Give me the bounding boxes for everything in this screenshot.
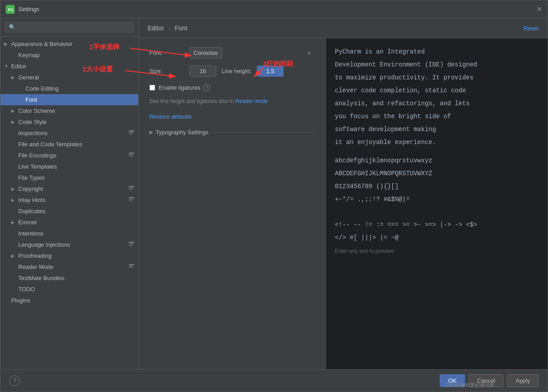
svg-rect-4 — [129, 133, 132, 134]
sidebar-item-general[interactable]: ▶General — [0, 72, 138, 83]
font-select[interactable]: Consolas — [190, 47, 222, 58]
arrow-icon-emmet: ▶ — [11, 220, 17, 225]
svg-rect-17 — [129, 264, 134, 265]
svg-rect-14 — [129, 242, 134, 243]
sidebar-item-intentions[interactable]: Intentions — [0, 228, 138, 239]
sidebar-label-live-templates: Live Templates — [18, 163, 135, 170]
sidebar-item-file-code-templates[interactable]: File and Code Templates — [0, 139, 138, 150]
sidebar-item-plugins[interactable]: Plugins — [0, 295, 138, 306]
sidebar-item-inlay-hints[interactable]: ▶Inlay Hints — [0, 194, 138, 206]
sidebar-item-keymap[interactable]: Keymap — [0, 50, 138, 61]
arrow-icon-copyright: ▶ — [11, 186, 17, 191]
line-height-label: Line height: — [222, 68, 251, 74]
editor-area: Font: Consolas Size: Line height: — [139, 38, 548, 369]
font-label: Font: — [149, 50, 190, 56]
preview-line-6: you focus on the bright side of — [335, 112, 539, 121]
arrow-icon-color-scheme: ▶ — [11, 108, 17, 113]
ligatures-help-icon[interactable]: ? — [203, 84, 210, 91]
preview-sample-5 — [335, 208, 539, 217]
help-button[interactable]: ? — [9, 375, 20, 386]
sidebar-item-live-templates[interactable]: Live Templates — [0, 161, 138, 172]
sidebar-label-file-types: File Types — [18, 174, 135, 181]
size-setting-row: Size: Line height: — [149, 66, 315, 77]
preview-line-3: to maximize productivity. It provides — [335, 73, 539, 83]
sidebar-item-textmate-bundles[interactable]: TextMate Bundles — [0, 272, 138, 284]
svg-rect-19 — [129, 267, 132, 268]
app-icon: PC — [6, 5, 15, 14]
ligatures-label[interactable]: Enable ligatures — [159, 84, 200, 91]
sidebar-item-appearance[interactable]: ▶Appearance & Behavior — [0, 38, 138, 50]
restore-defaults-link[interactable]: Restore defaults — [149, 113, 315, 120]
search-input[interactable] — [5, 22, 134, 33]
sidebar-item-font[interactable]: Font — [0, 94, 138, 105]
ok-button[interactable]: OK — [440, 374, 465, 387]
reader-mode-link[interactable]: Reader mode — [235, 98, 268, 104]
svg-rect-2 — [129, 130, 134, 132]
preview-sample-7: </> #[ |||> |= ~@ — [335, 233, 539, 243]
breadcrumb: Editor › Font Reset — [139, 18, 548, 38]
sidebar-item-code-editing[interactable]: Code Editing — [0, 83, 138, 94]
preview-line-1: PyCharm is an Integrated — [335, 47, 539, 57]
sidebar-label-textmate-bundles: TextMate Bundles — [18, 275, 135, 281]
svg-rect-13 — [129, 200, 132, 201]
sidebar-item-inspections[interactable]: Inspections — [0, 128, 138, 139]
sidebar-label-reader-mode: Reader Mode — [18, 264, 128, 270]
sidebar-label-font: Font — [25, 96, 135, 103]
close-button[interactable]: ✕ — [536, 5, 542, 13]
sidebar-item-language-injections[interactable]: Language Injections — [0, 239, 138, 250]
font-settings-panel: Font: Consolas Size: Line height: — [139, 38, 326, 369]
sidebar: ▶Appearance & BehaviorKeymap▼Editor▶Gene… — [0, 18, 139, 369]
sidebar-item-color-scheme[interactable]: ▶Color Scheme — [0, 105, 138, 116]
arrow-icon-inlay-hints: ▶ — [11, 198, 17, 202]
sidebar-item-duplicates[interactable]: Duplicates — [0, 206, 138, 217]
apply-button[interactable]: Apply — [507, 374, 539, 387]
size-label: Size: — [149, 68, 190, 74]
sidebar-tree: ▶Appearance & BehaviorKeymap▼Editor▶Gene… — [0, 37, 138, 369]
sidebar-item-proofreading[interactable]: ▶Proofreading — [0, 250, 138, 261]
typography-arrow-icon: ▶ — [149, 129, 153, 135]
sidebar-label-inlay-hints: Inlay Hints — [18, 197, 128, 203]
sidebar-label-code-style: Code Style — [18, 119, 135, 125]
breadcrumb-current: Font — [175, 25, 187, 32]
preview-line-8: it an enjoyable experience. — [335, 138, 539, 147]
search-bar — [0, 18, 138, 37]
badge-icon-copyright — [128, 186, 135, 192]
preview-sample-4: +-*/= .,;:!? #&$%@|^ — [335, 195, 539, 204]
size-input[interactable] — [190, 66, 216, 77]
svg-rect-9 — [129, 188, 133, 189]
right-panel: Editor › Font Reset Font: — [139, 18, 548, 369]
sidebar-item-file-encodings[interactable]: File Encodings — [0, 150, 138, 161]
breadcrumb-path: Editor › Font — [148, 25, 187, 32]
sidebar-item-todo[interactable]: TODO — [0, 284, 138, 295]
sidebar-label-file-code-templates: File and Code Templates — [18, 141, 135, 148]
svg-rect-8 — [129, 186, 134, 187]
badge-icon-reader-mode — [128, 264, 135, 270]
sidebar-item-editor[interactable]: ▼Editor — [0, 61, 138, 72]
sidebar-label-language-injections: Language Injections — [18, 241, 128, 248]
sidebar-label-plugins: Plugins — [11, 297, 135, 304]
sidebar-label-color-scheme: Color Scheme — [18, 107, 135, 114]
arrow-icon-code-style: ▶ — [11, 120, 17, 124]
line-height-input[interactable] — [257, 66, 284, 77]
typography-section: ▶ Typography Settings — [149, 129, 315, 136]
sidebar-item-reader-mode[interactable]: Reader Mode — [0, 261, 138, 272]
window-title: Settings — [18, 6, 39, 12]
svg-rect-10 — [129, 189, 132, 190]
badge-icon-inspections — [128, 130, 135, 136]
svg-rect-16 — [129, 245, 132, 246]
typography-header[interactable]: ▶ Typography Settings — [149, 129, 315, 136]
bottom-right: OK Cancel Apply — [440, 374, 539, 387]
ligatures-checkbox[interactable] — [149, 85, 155, 91]
sidebar-item-code-style[interactable]: ▶Code Style — [0, 116, 138, 128]
sidebar-item-file-types[interactable]: File Types — [0, 172, 138, 183]
preview-sample-2: ABCDEFGHIJKLMNOPQRSTUVWXYZ — [335, 169, 539, 178]
title-bar: PC Settings ✕ — [0, 0, 548, 18]
preview-panel[interactable]: PyCharm is an Integrated Development Env… — [326, 38, 548, 369]
cancel-button[interactable]: Cancel — [469, 374, 503, 387]
font-select-wrapper: Consolas — [190, 47, 315, 58]
sidebar-item-copyright[interactable]: ▶Copyright — [0, 183, 138, 194]
sidebar-item-emmet[interactable]: ▶Emmet — [0, 217, 138, 228]
preview-sample-1: abcdefghijklmnopqrstuvwxyz — [335, 156, 539, 165]
breadcrumb-parent: Editor — [148, 25, 164, 32]
reset-button[interactable]: Reset — [523, 25, 539, 32]
